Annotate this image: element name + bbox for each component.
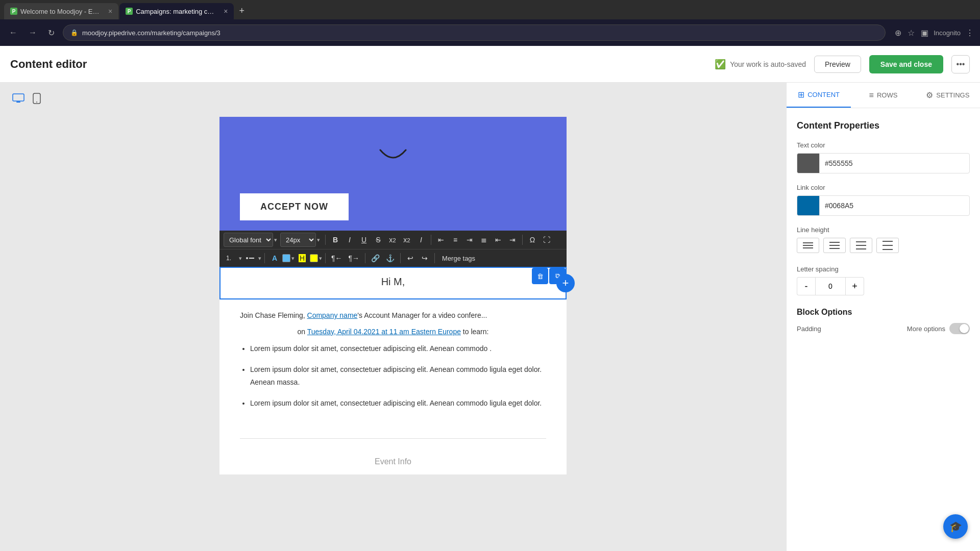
unordered-list-button[interactable] xyxy=(243,252,257,265)
mobile-view-button[interactable] xyxy=(31,91,43,109)
more-options-button[interactable]: ••• xyxy=(951,55,970,73)
block-options-title: Block Options xyxy=(797,308,970,317)
tab-label-1: Welcome to Moodjoy - Email c... xyxy=(20,8,102,15)
redo-button[interactable]: ↪ xyxy=(418,252,431,265)
tab-content[interactable]: ⊞ CONTENT xyxy=(787,83,851,108)
bold-button[interactable]: B xyxy=(329,233,342,246)
svg-rect-0 xyxy=(13,94,24,101)
align-center-button[interactable]: ≡ xyxy=(449,233,462,246)
lock-icon: 🔒 xyxy=(70,29,78,36)
highlight-color-swatch[interactable] xyxy=(310,254,318,262)
strikethrough-button[interactable]: S xyxy=(372,233,385,246)
back-button[interactable]: ← xyxy=(6,26,20,39)
spacing-decrease-button[interactable]: - xyxy=(797,277,815,295)
tab-rows[interactable]: ≡ ROWS xyxy=(851,83,915,108)
text-edit-block[interactable]: Hi M, + 🗑 ⧉ xyxy=(219,267,567,299)
underline-button[interactable]: U xyxy=(357,233,371,246)
more-options-toggle[interactable] xyxy=(949,323,970,334)
unordered-list-icon xyxy=(246,254,255,263)
padding-row: Padding More options xyxy=(797,323,970,334)
align-left-button[interactable]: ⇤ xyxy=(434,233,448,246)
list-chevron-icon: ▾ xyxy=(239,255,242,262)
tab-close-1[interactable]: × xyxy=(108,7,112,15)
body-intro-text: Join Chase Fleming, Company name's Accou… xyxy=(240,310,546,322)
paragraph-indent-l-button[interactable]: ¶← xyxy=(329,252,345,265)
forward-button[interactable]: → xyxy=(26,26,40,39)
browser-tab-2[interactable]: P Campaigns: marketing contacts... × xyxy=(119,3,234,19)
check-icon: ✅ xyxy=(715,59,726,70)
link-color-swatch-btn[interactable] xyxy=(797,195,819,216)
date-link[interactable]: Tuesday, April 04.2021 at 11 am Eastern … xyxy=(307,328,461,336)
tab-settings[interactable]: ⚙ SETTINGS xyxy=(916,83,980,108)
save-close-button[interactable]: Save and close xyxy=(869,55,943,73)
settings-tab-icon: ⚙ xyxy=(926,90,933,100)
spacing-increase-button[interactable]: + xyxy=(846,277,864,295)
toolbar-sep-2 xyxy=(431,235,431,245)
text-color-button[interactable]: A xyxy=(268,252,281,265)
accept-now-button[interactable]: ACCEPT NOW xyxy=(240,193,349,220)
text-color-swatch[interactable] xyxy=(282,254,290,262)
event-info-label: Event Info xyxy=(240,457,546,466)
special-chars-button[interactable]: Ω xyxy=(526,233,539,246)
merge-tags-button[interactable]: Merge tags xyxy=(438,253,479,264)
indent-in-button[interactable]: ⇥ xyxy=(506,233,519,246)
menu-icon[interactable]: ⋮ xyxy=(966,28,974,38)
highlight-icon: H xyxy=(299,254,306,262)
settings-tab-label: SETTINGS xyxy=(936,91,969,99)
superscript-button[interactable]: x2 xyxy=(386,233,399,246)
subscript-button[interactable]: x2 xyxy=(400,233,413,246)
incognito-button[interactable]: Incognito xyxy=(934,29,961,37)
svg-rect-1 xyxy=(16,102,20,103)
fullscreen-button[interactable]: ⛶ xyxy=(540,233,553,246)
preview-button[interactable]: Preview xyxy=(814,56,861,73)
line-height-section: Line height xyxy=(797,226,970,253)
line-height-compact[interactable] xyxy=(797,238,819,253)
star-icon[interactable]: ☆ xyxy=(908,28,915,38)
browser-tab-1[interactable]: P Welcome to Moodjoy - Email c... × xyxy=(4,3,118,19)
italic-button[interactable]: I xyxy=(343,233,356,246)
unlink-button[interactable]: ⚓ xyxy=(383,252,397,265)
italic2-button[interactable]: I xyxy=(414,233,428,246)
svg-rect-6 xyxy=(249,258,254,259)
ordered-list-button[interactable]: 1. xyxy=(224,252,238,265)
highlight-button[interactable]: H xyxy=(296,252,309,265)
sidebar-icon[interactable]: ▣ xyxy=(921,28,928,38)
align-justify-button[interactable]: ≣ xyxy=(477,233,491,246)
incognito-label: Incognito xyxy=(934,29,961,37)
text-color-section: Text color xyxy=(797,141,970,173)
align-right-button[interactable]: ⇥ xyxy=(463,233,476,246)
tab-favicon-2: P xyxy=(126,8,133,15)
letter-spacing-label: Letter spacing xyxy=(797,265,970,273)
divider-section xyxy=(219,428,567,449)
tab-close-2[interactable]: × xyxy=(224,7,228,15)
address-bar[interactable]: 🔒 moodjoy.pipedrive.com/marketing/campai… xyxy=(63,24,886,41)
auto-save-text: Your work is auto-saved xyxy=(730,60,806,68)
text-color-icon: A xyxy=(272,254,277,262)
text-color-input-row xyxy=(797,153,970,173)
link-color-hex-input[interactable] xyxy=(819,195,970,216)
font-family-select[interactable]: Global font xyxy=(224,233,273,247)
rows-tab-icon: ≡ xyxy=(869,91,874,100)
line-height-normal[interactable] xyxy=(823,238,846,253)
delete-block-button[interactable]: 🗑 xyxy=(532,268,548,284)
browser-tabs: P Welcome to Moodjoy - Email c... × P Ca… xyxy=(0,0,980,19)
undo-button[interactable]: ↩ xyxy=(404,252,417,265)
line-height-loose[interactable] xyxy=(876,238,899,253)
indent-out-button[interactable]: ⇤ xyxy=(492,233,505,246)
text-edit-content[interactable]: Hi M, xyxy=(220,268,566,298)
accept-button-section: ACCEPT NOW xyxy=(219,183,567,231)
text-color-swatch-btn[interactable] xyxy=(797,153,819,173)
help-button[interactable]: 🎓 xyxy=(943,514,968,539)
font-size-select[interactable]: 24px xyxy=(280,233,316,247)
new-tab-button[interactable]: + xyxy=(235,4,249,18)
insert-link-button[interactable]: 🔗 xyxy=(369,252,382,265)
desktop-view-button[interactable] xyxy=(10,91,27,109)
app-container: Content editor ✅ Your work is auto-saved… xyxy=(0,46,980,551)
line-height-relaxed[interactable] xyxy=(850,238,872,253)
top-bar-actions: ✅ Your work is auto-saved Preview Save a… xyxy=(715,55,970,73)
company-link[interactable]: Company name xyxy=(307,311,358,319)
reload-button[interactable]: ↻ xyxy=(45,26,58,40)
paragraph-indent-r-button[interactable]: ¶→ xyxy=(346,252,362,265)
add-block-button[interactable]: + xyxy=(556,274,575,292)
text-color-hex-input[interactable] xyxy=(819,153,970,173)
